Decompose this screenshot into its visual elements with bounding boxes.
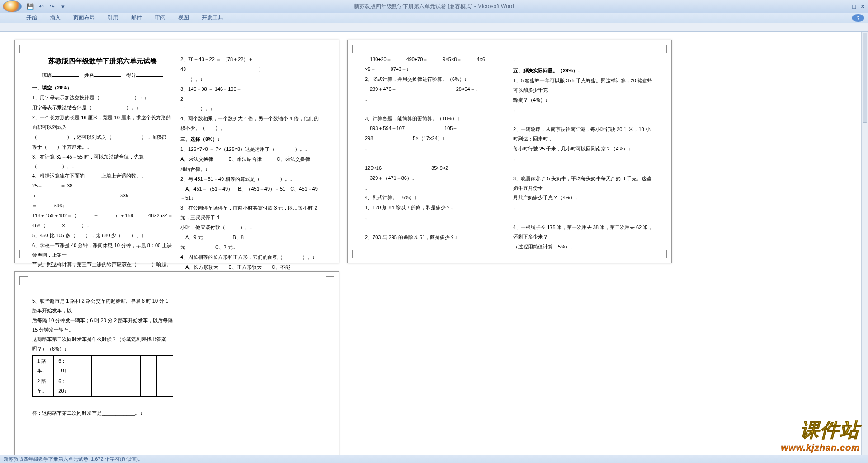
text: 这两路车第二次同时发车是什么时候？（你能选列表找出答案吗？）（6%）↓ [32,335,173,354]
window-title: 新苏教版四年级数学下册第六单元试卷 [兼容模式] - Microsoft Wor… [354,3,514,10]
text: 43 （ [180,65,321,74]
text: 元 C、7 元↓ [180,243,321,252]
text: 6、学校一节课是 40 分钟，课间休息 10 分钟，早晨 8：00 上课铃声响，… [32,241,173,260]
scrollbar-thumb[interactable] [863,33,867,123]
text: （过程用简便计算 5%）↓ [513,242,654,252]
text: 3、计算各题，能简算的要简算。（18%）↓ [365,114,506,123]
text: 4、列式计算。（6%）↓ [365,193,506,202]
table-row: 1 路车↓6：10↓ [33,356,173,376]
text: 1、5 箱蜜蜂一年可以酿 375 千克蜂蜜。照这样计算，20 箱蜜蜂可以酿多少千… [513,76,654,95]
qat-dropdown-icon[interactable]: ▾ [59,2,67,10]
text: A、长方形较大 B、正方形较大 C、不能 [180,262,321,272]
tab-review[interactable]: 审阅 [148,14,172,22]
page2-col1: 180÷20＝ 490÷70＝ 9×5×8＝ 4×6 ×5＝ 87÷3＝↓ 2、… [361,55,509,248]
text: 1、用字母表示加法交换律是（ ）；↓ [32,93,173,103]
document-area[interactable]: 苏教版四年级数学下册第六单元试卷 班级 姓名 得分 一、填空（20%） 1、用字… [0,32,861,455]
text: 2、703 与 295 的差除以 51，商是多少？↓ [365,233,506,242]
text: 等于（ ）平方厘米。↓ [32,142,173,152]
tab-developer[interactable]: 开发工具 [195,14,230,22]
text: 298 5×（17×24）↓ [365,134,506,143]
text: ×5＝ 87÷3＝↓ [365,65,506,74]
text: 2、竖式计算，并用交换律进行验算。（6%）↓ [365,75,506,84]
close-icon[interactable]: ✕ [860,3,865,10]
vertical-scrollbar[interactable] [861,32,868,455]
page2-col2: ↓ 五、解决实际问题。（29%）↓ 1、5 箱蜜蜂一年可以酿 375 千克蜂蜜。… [509,55,658,248]
text: A、9 元 B、8 [180,233,321,242]
text: ↓ [365,94,506,104]
text: 4、根据运算律在下面的______上填上合适的数。↓ [32,171,173,181]
tab-mailings[interactable]: 邮件 [125,14,148,22]
text: 3、在计算 32＋45＋55 时，可以加法结合律，先算（ ）。↓ [32,152,173,171]
text: 118＋159＋182＝（______＋______）＋159 46×25×4＝ [32,211,173,220]
text: 答：这两路车第二次同时发车是____________。↓ [32,408,173,418]
help-icon[interactable]: ? [852,14,864,22]
page1-col1: 苏教版四年级数学下册第六单元试卷 班级 姓名 得分 一、填空（20%） 1、用字… [28,55,177,248]
save-icon[interactable]: 💾 [26,2,34,10]
text: 2、78＋43＋22 ＝ （78＋22）＋ [180,55,321,64]
redo-icon[interactable]: ↷ [48,2,56,10]
page-1: 苏教版四年级数学下册第六单元试卷 班级 姓名 得分 一、填空（20%） 1、用字… [14,40,339,263]
text: ＋______ ______×35 [32,191,173,201]
text: 4、周长相等的长方形和正方形，它们的面积（ ）。↓ [180,253,321,262]
text: 后每隔 10 分钟发一辆车；6 时 20 分 2 路车开始发车，以后每隔 15 … [32,316,173,335]
text: ↓ [513,105,654,114]
text: 每小时行驶 25 千米，几小时可以回到南京？（4%）↓ [513,144,654,154]
page3-col1: 5、联华超市是 1 路和 2 路公交车的起始站。早晨 6 时 10 分 1 路车… [28,286,177,451]
text: 小时，他应该付款（ ）。↓ [180,223,321,232]
text: 3、在公园停车场停车，前两小时共需付款 3 元，以后每小时 2 元，王叔叔停了 … [180,203,321,222]
doc-title: 苏教版四年级数学下册第六单元试卷 [32,55,173,68]
tab-insert[interactable]: 插入 [43,14,67,22]
tab-home[interactable]: 开始 [20,14,43,22]
text: 46×（______×______）↓ [32,221,173,230]
text: 329＋（471＋86）↓ [365,173,506,183]
text: 3、晓勇家养了 5 头奶牛，平均每头奶牛每天产奶 8 千克。这些奶牛五月份全 [513,174,654,193]
text: 25＋______ ＝ 38 [32,181,173,191]
text: ↓ [365,183,506,193]
tab-references[interactable]: 引用 [101,14,125,22]
titlebar: 💾 ↶ ↷ ▾ 新苏教版四年级数学下册第六单元试卷 [兼容模式] - Micro… [0,0,868,13]
text: （ ），还可以列式为（ ），面积都 [32,132,173,142]
text: 289＋476＝ 28×64＝↓ [365,84,506,94]
text: ↓ [513,55,654,64]
minimize-icon[interactable]: – [844,3,848,10]
bus-schedule-table: 1 路车↓6：10↓ 2 路车↓6：20↓ [32,355,173,397]
ribbon-tabs: 开始 插入 页面布局 引用 邮件 审阅 视图 开发工具 ? [0,13,868,23]
text: 1、120 加 84 除以 7 的商，和是多少？↓ [365,203,506,212]
text: （ ）。↓ [180,104,321,113]
quick-access-toolbar: 💾 ↶ ↷ ▾ [26,2,67,10]
text: 2 [180,94,321,104]
section-5: 五、解决实际问题。（29%）↓ [513,66,654,75]
doc-subheader: 班级 姓名 得分 [32,70,173,80]
section-1: 一、填空（20%） [32,83,173,93]
text: 2、一个长方形的长是 16 厘米，宽是 10 厘米，求这个长方形的面积可以列式为 [32,113,173,132]
text: 5、450 比 105 多（ ），比 680 少（ ）。↓ [32,231,173,240]
text: 2、一辆轮船，从南京驶往南阳港，每小时行驶 20 千米，10 小时到达；回来时， [513,125,654,144]
text: ↓ [365,144,506,153]
text: ↓ [513,203,654,212]
maximize-icon[interactable]: □ [852,3,856,10]
ruler [0,23,868,32]
office-button[interactable] [3,0,22,12]
statusbar: 新苏教版四年级数学下册第六单元试卷: 1,672 个字符(近似值)。 [0,455,868,463]
tab-layout[interactable]: 页面布局 [67,14,101,22]
undo-icon[interactable]: ↶ [37,2,45,10]
text: ↓ [365,213,506,222]
text: 180÷20＝ 490÷70＝ 9×5×8＝ 4×6 [365,55,506,64]
page-2: 180÷20＝ 490÷70＝ 9×5×8＝ 4×6 ×5＝ 87÷3＝↓ 2、… [347,40,672,263]
text: 4、一根绳子长 175 米，第一次用去 38 米，第二次用去 62 米，还剩下多… [513,223,654,242]
text: 893＋594＋107 105＋ [365,124,506,133]
table-row: 2 路车↓6：20↓ [33,376,173,397]
text: 1、125×7×8 ＝ 7×（125×8）这是运用了（ ）。↓ [180,145,321,154]
text: ↓ [513,154,654,164]
text: A、乘法交换律 B、乘法结合律 C、乘法交换律 [180,154,321,164]
text: 和结合律。↓ [180,164,321,174]
status-text: 新苏教版四年级数学下册第六单元试卷: 1,672 个字符(近似值)。 [4,456,143,463]
text: 2、与 451－51－49 相等的算式是（ ）。↓ [180,174,321,184]
text: 5、联华超市是 1 路和 2 路公交车的起始站。早晨 6 时 10 分 1 路车… [32,296,173,315]
text: 3、146－98 ＝ 146－100＋ [180,84,321,94]
page-3: 5、联华超市是 1 路和 2 路公交车的起始站。早晨 6 时 10 分 1 路车… [14,271,339,455]
text: 4、两个数相乘，一个数扩大 4 倍，另一个数缩小 4 倍，他们的积不变。（ ）。 [180,114,321,133]
text: ）。↓ [180,75,321,84]
text: 用字母表示乘法结合律是（ ）。↓ [32,103,173,112]
tab-view[interactable]: 视图 [172,14,195,22]
